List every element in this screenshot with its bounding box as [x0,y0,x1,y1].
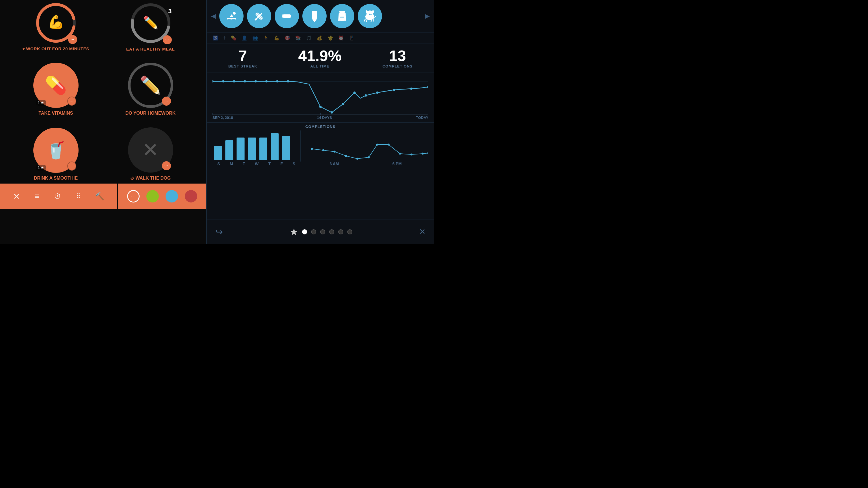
color-blue[interactable] [165,190,178,202]
svg-point-16 [340,19,344,21]
svg-point-62 [334,151,336,153]
more-btn-workout[interactable]: ··· [68,35,77,44]
stat-alltime-label: ALL TIME [299,64,342,68]
bar-label-s1: S [217,162,220,166]
nav-right-icon[interactable]: ▶ [425,12,430,20]
stat-streak-label: BEST STREAK [228,64,257,68]
svg-rect-14 [312,11,317,13]
more-btn-homework[interactable]: ··· [162,97,171,106]
stat-completions-value: 13 [382,48,412,63]
stat-streak-value: 7 [228,48,257,63]
bar-label-w: W [255,162,258,166]
color-green[interactable] [146,190,159,202]
svg-point-25 [369,15,371,16]
svg-point-35 [244,80,246,83]
svg-point-40 [319,106,321,108]
svg-point-33 [222,80,224,83]
habit-icon-pill[interactable] [275,4,299,28]
nav-left-icon[interactable]: ◀ [211,12,216,20]
svg-rect-53 [214,146,222,160]
more-options-btn[interactable]: ··· [127,190,140,202]
bar-label-m: M [230,162,233,166]
share-icon[interactable]: ↩ [215,227,223,237]
habit-icon-blender[interactable] [330,4,354,28]
bar-label-s2: S [292,162,295,166]
bottom-toolbar: ✕ ≡ ⏱ ⠿ 🔨 ··· [0,184,206,209]
chart-label-end: TODAY [416,116,428,120]
close-detail-icon[interactable]: ✕ [419,227,426,236]
right-panel: ◀ [206,0,434,244]
dot-3[interactable] [320,229,325,234]
stat-alltime-value: 41.9% [299,48,342,63]
habit-icon-marker[interactable] [302,4,327,28]
svg-text:💪: 💪 [48,14,64,30]
habit-workout: 💪 ··· ♥ WORK OUT FOR 20 MINUTES [8,3,103,54]
completions-chart-label: COMPLETIONS [305,125,335,129]
svg-point-36 [255,80,257,83]
svg-point-23 [369,14,370,15]
svg-point-44 [365,94,367,97]
habit-eat-name: EAT A HEALTHY MEAL [126,46,175,52]
svg-line-29 [371,20,372,22]
svg-point-65 [368,157,370,158]
svg-point-45 [376,92,378,94]
grid-btn[interactable]: ⠿ [76,193,81,200]
list-btn[interactable]: ≡ [35,192,39,201]
stat-streak: 7 BEST STREAK [228,48,257,68]
dot-5[interactable] [338,229,343,234]
svg-point-67 [388,144,390,146]
habit-icon-swim[interactable] [219,4,244,28]
line-chart: SEP 2, 2018 14 DAYS TODAY [207,73,434,122]
svg-line-28 [367,20,367,22]
svg-rect-59 [282,136,290,160]
svg-point-61 [322,150,324,151]
star-vitamins: 1 ★ [36,100,46,106]
color-red[interactable] [185,190,197,202]
star-smoothie: 1 ★ [36,165,46,170]
habit-walkdog-name: WALK THE DOG [135,176,170,181]
svg-point-71 [427,152,428,154]
svg-point-41 [331,111,333,113]
chart-label-start: SEP 2, 2018 [213,116,233,120]
svg-rect-11 [282,14,287,18]
svg-point-68 [399,153,401,155]
svg-rect-56 [248,137,256,160]
svg-point-46 [393,89,395,91]
more-btn-eat[interactable]: ··· [163,35,172,44]
habit-icon-inject[interactable] [247,4,271,28]
habit-workout-name: WORK OUT FOR 20 MINUTES [26,46,89,52]
time-label-6pm: 6 PM [393,162,402,166]
svg-point-70 [422,153,424,155]
stat-alltime: 41.9% ALL TIME [299,48,342,68]
dot-1[interactable] [302,229,307,234]
more-btn-walkdog[interactable]: ··· [162,161,171,170]
bar-label-f: F [281,162,283,166]
dot-6[interactable] [347,229,352,234]
habit-vitamins-name: TAKE VITAMINS [38,111,73,116]
tools-btn[interactable]: 🔨 [95,192,104,201]
svg-rect-15 [339,11,345,13]
svg-point-47 [410,88,412,90]
svg-rect-55 [237,137,244,160]
app-container: 💪 ··· ♥ WORK OUT FOR 20 MINUTES ✏️ [0,0,434,244]
more-btn-smoothie[interactable]: ··· [67,162,76,170]
time-label-6am: 6 AM [330,162,339,166]
svg-line-27 [364,19,365,21]
habit-homework: ✏️ ··· DO YOUR HOMEWORK [103,54,198,119]
svg-rect-58 [271,133,279,160]
svg-rect-54 [225,140,233,160]
bottom-bar: ↩ ★ ✕ [207,219,434,244]
count-eat: 3 [168,8,172,15]
svg-point-42 [342,103,344,105]
star-rating-icon[interactable]: ★ [290,226,298,237]
svg-point-69 [410,154,412,156]
dot-2[interactable] [311,229,316,234]
habit-smoothie-name: DRINK A SMOOTHIE [34,176,78,181]
svg-point-48 [427,86,428,88]
timer-btn[interactable]: ⏱ [54,192,61,201]
svg-point-34 [233,80,235,83]
close-btn[interactable]: ✕ [13,192,20,201]
dot-4[interactable] [329,229,334,234]
more-btn-vitamins[interactable]: ··· [67,97,76,106]
habit-icon-dog[interactable] [358,4,382,28]
